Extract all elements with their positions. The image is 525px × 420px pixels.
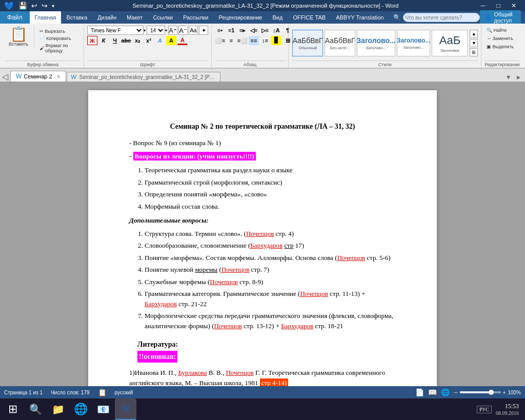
undo-quick-btn[interactable]: ↩ bbox=[30, 2, 38, 10]
copy-btn[interactable]: 📄 Копировать bbox=[37, 35, 80, 42]
styles-scroll-up[interactable]: ▲ bbox=[470, 30, 478, 38]
multilevel-btn[interactable]: ≡▸ bbox=[237, 26, 248, 35]
ribbon-search-input[interactable] bbox=[403, 13, 480, 22]
cut-btn[interactable]: ✂ Вырезать bbox=[37, 28, 80, 35]
style-normal[interactable]: АаБбВвГ Обычный bbox=[292, 30, 323, 56]
replace-btn[interactable]: ↔ Заменить bbox=[484, 35, 515, 42]
menu-home[interactable]: Главная bbox=[30, 11, 62, 24]
replace-icon: ↔ bbox=[487, 36, 491, 41]
line-spacing-btn[interactable]: ↕≡ bbox=[260, 36, 270, 45]
increase-indent-btn[interactable]: ▷≡ bbox=[260, 26, 270, 35]
tabs-right-btn[interactable]: ▸ bbox=[514, 72, 523, 82]
sort-btn[interactable]: ↕A bbox=[271, 26, 281, 35]
bullets-btn[interactable]: ≡• bbox=[215, 26, 225, 35]
font-color-btn[interactable]: A bbox=[177, 36, 188, 45]
language-indicator: РУС bbox=[477, 406, 492, 413]
menu-review[interactable]: Рецензирование bbox=[214, 11, 268, 24]
add-q-6: Грамматическая категория. Грамматическое… bbox=[145, 289, 396, 309]
font-increase-btn[interactable]: A⁺ bbox=[168, 26, 177, 35]
save-quick-btn[interactable]: 💾 bbox=[17, 2, 28, 10]
font-size-select[interactable]: 14 bbox=[147, 26, 165, 35]
strikethrough-btn[interactable]: abc bbox=[121, 36, 131, 45]
paste-btn[interactable]: 📋 Вставить bbox=[5, 26, 32, 48]
font-name-select[interactable]: Times New F bbox=[87, 26, 144, 35]
view-normal-btn[interactable]: 📄 bbox=[415, 388, 424, 396]
styles-expand[interactable]: ⊞ bbox=[470, 48, 478, 56]
ref-pochepcov-1: Почепцов bbox=[246, 230, 274, 237]
styles-scroll-down[interactable]: ▼ bbox=[470, 39, 478, 47]
change-case-btn[interactable]: Aa bbox=[189, 26, 198, 35]
menu-abbyy[interactable]: ABBYY Translation bbox=[331, 11, 389, 24]
style-heading[interactable]: АаБ Заголовок bbox=[432, 30, 468, 56]
word-taskbar-btn[interactable]: W bbox=[115, 398, 136, 420]
search-btn[interactable]: 🔍 bbox=[25, 398, 46, 420]
word-icon: 💙 bbox=[4, 1, 14, 11]
long-doc-tab[interactable]: W Seminar_po_teoreticheskoy_grammatike_L… bbox=[67, 72, 220, 82]
document-page[interactable]: Семинар № 2 по теоретической грамматике … bbox=[88, 90, 437, 386]
shading-btn[interactable]: ▊ bbox=[271, 36, 281, 45]
zoom-slider[interactable] bbox=[460, 391, 501, 393]
start-btn[interactable]: ⊞ bbox=[2, 398, 24, 420]
format-painter-icon: 🖌 bbox=[39, 46, 44, 51]
maximize-btn[interactable]: □ bbox=[491, 1, 506, 10]
view-reading-btn[interactable]: 📖 bbox=[428, 388, 437, 396]
language: русский bbox=[115, 390, 133, 395]
highlight-btn[interactable]: A bbox=[166, 36, 176, 45]
decrease-indent-btn[interactable]: ◁≡ bbox=[249, 26, 259, 35]
format-painter-btn[interactable]: 🖌 Формат по образцу bbox=[37, 42, 80, 54]
align-center-btn[interactable]: ≡ bbox=[226, 36, 236, 45]
menu-references[interactable]: Ссылки bbox=[148, 11, 178, 24]
find-btn[interactable]: 🔍 Найти bbox=[484, 27, 509, 34]
align-right-btn[interactable]: ≡⬜ bbox=[237, 36, 248, 45]
tabs-collapse-icon[interactable]: ◁ bbox=[2, 72, 8, 82]
style-no-space[interactable]: АаБбВвГ Без инте... bbox=[325, 30, 355, 56]
justify-btn[interactable]: ≡≡ bbox=[249, 36, 259, 45]
zoom-out-btn[interactable]: ─ bbox=[454, 390, 457, 395]
menu-layout[interactable]: Макет bbox=[122, 11, 148, 24]
quick-access-toolbar: 💾 ↩ ↪ ▾ bbox=[17, 2, 55, 10]
menu-insert[interactable]: Вставка bbox=[61, 11, 92, 24]
menu-design[interactable]: Дизайн bbox=[92, 11, 122, 24]
redo-quick-btn[interactable]: ↪ bbox=[41, 2, 49, 10]
menu-mailings[interactable]: Рассылки bbox=[178, 11, 213, 24]
subscript-btn[interactable]: x₂ bbox=[132, 36, 143, 45]
underline-btn[interactable]: Ч bbox=[110, 36, 120, 45]
italic-btn[interactable]: К bbox=[98, 36, 109, 45]
menu-file[interactable]: Файл bbox=[0, 11, 30, 24]
tab-close-btn[interactable]: ✕ bbox=[56, 74, 60, 79]
add-q-7: Морфологические средства передачи грамма… bbox=[145, 311, 396, 331]
style-heading2[interactable]: Заголово... Заголово... bbox=[397, 30, 431, 56]
customize-quick-btn[interactable]: ▾ bbox=[51, 3, 55, 9]
window-title: Seminar_po_teoreticheskoy_grammatike_LA-… bbox=[55, 3, 476, 9]
document-tabs: ◁ W Семинар 2 ✕ W Seminar_po_teoretiches… bbox=[0, 69, 525, 82]
font-label: Шрифт bbox=[87, 61, 208, 68]
font-decrease-btn[interactable]: A⁻ bbox=[178, 26, 188, 35]
mail-btn[interactable]: 📧 bbox=[92, 398, 114, 420]
superscript-btn[interactable]: x² bbox=[144, 36, 154, 45]
view-web-btn[interactable]: 🌐 bbox=[441, 388, 450, 396]
numbering-btn[interactable]: ≡1 bbox=[226, 26, 236, 35]
minimize-btn[interactable]: ─ bbox=[476, 1, 490, 10]
zoom-in-btn[interactable]: + bbox=[503, 390, 506, 395]
active-doc-tab[interactable]: W Семинар 2 ✕ bbox=[10, 71, 66, 82]
styles-group: АаБбВвГ Обычный АаБбВвГ Без инте... Заго… bbox=[289, 25, 481, 68]
clear-format-btn[interactable]: ✦ bbox=[199, 26, 208, 35]
page-ref-highlight: стр 4-14) bbox=[260, 378, 289, 387]
ref-pochepcov-4: Почепцов bbox=[210, 278, 237, 286]
style-heading1[interactable]: Заголово... Заголово... bbox=[357, 30, 395, 56]
align-left-btn[interactable]: ⬜≡ bbox=[215, 36, 225, 45]
browser-btn[interactable]: 🌐 bbox=[70, 398, 91, 420]
clipboard-label: Буфер обмена bbox=[5, 61, 80, 68]
file-explorer-btn[interactable]: 📁 bbox=[47, 398, 69, 420]
menu-view[interactable]: Вид bbox=[267, 11, 288, 24]
literature-heading: Литература: bbox=[137, 339, 396, 350]
share-btn[interactable]: 👤 Общий доступ bbox=[480, 10, 521, 25]
text-effects-btn[interactable]: A bbox=[155, 36, 165, 45]
menu-office-tab[interactable]: OFFICE TAB bbox=[288, 11, 331, 24]
bold-btn[interactable]: Ж bbox=[87, 36, 97, 45]
document-container: Семинар № 2 по теоретической грамматике … bbox=[0, 82, 525, 386]
select-btn[interactable]: ▣ Выделить bbox=[484, 43, 516, 50]
close-btn[interactable]: ✕ bbox=[507, 1, 521, 10]
tabs-down-btn[interactable]: ▾ bbox=[503, 72, 513, 82]
zoom-level: 100% bbox=[508, 390, 521, 395]
